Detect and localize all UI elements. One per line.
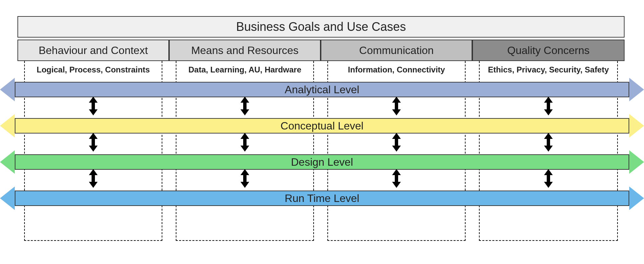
vertical-arrow-icon <box>241 169 249 188</box>
arrowhead-left-icon <box>0 150 15 174</box>
vertical-arrow-icon <box>545 97 552 115</box>
aspect-label: Behaviour and Context <box>39 44 148 57</box>
vertical-arrow-icon <box>393 97 400 115</box>
level-label: Run Time Level <box>285 192 359 205</box>
diagram-stage: Business Goals and Use Cases Behaviour a… <box>0 0 644 264</box>
arrowhead-left-icon <box>0 114 15 138</box>
aspect-label: Quality Concerns <box>507 44 589 57</box>
arrowhead-right-icon <box>629 114 644 138</box>
aspect-means-resources: Means and Resources <box>169 40 321 61</box>
aspect-label: Means and Resources <box>191 44 299 57</box>
header-title: Business Goals and Use Cases <box>236 20 406 34</box>
level-label: Analytical Level <box>285 84 359 96</box>
level-shaft: Conceptual Level <box>15 118 629 134</box>
level-shaft: Design Level <box>15 154 629 170</box>
vertical-arrow-icon <box>545 169 552 188</box>
vertical-arrow-icon <box>90 169 97 188</box>
vertical-arrow-icon <box>393 169 400 188</box>
aspect-quality-concerns: Quality Concerns <box>472 40 625 61</box>
header-business-goals: Business Goals and Use Cases <box>17 16 625 38</box>
aspect-behaviour-context: Behaviour and Context <box>17 40 169 61</box>
arrowhead-right-icon <box>629 150 644 174</box>
arrowhead-left-icon <box>0 187 15 210</box>
sublabel-3: Ethics, Privacy, Security, Safety <box>479 65 618 74</box>
arrowhead-right-icon <box>629 78 644 101</box>
level-label: Conceptual Level <box>280 120 363 132</box>
level-label: Design Level <box>291 156 353 168</box>
vertical-arrow-icon <box>545 133 552 152</box>
aspect-label: Communication <box>359 44 434 57</box>
sublabel-2: Information, Connectivity <box>327 65 466 74</box>
vertical-arrow-icon <box>241 97 249 115</box>
arrowhead-left-icon <box>0 78 15 101</box>
level-bar-runtime: Run Time Level <box>0 187 644 210</box>
level-shaft: Run Time Level <box>15 191 629 206</box>
arrowhead-right-icon <box>629 187 644 210</box>
sublabel-1: Data, Learning, AU, Hardware <box>176 65 314 74</box>
vertical-arrow-icon <box>90 133 97 152</box>
aspect-communication: Communication <box>321 40 472 61</box>
level-shaft: Analytical Level <box>15 82 629 97</box>
vertical-arrow-icon <box>241 133 249 152</box>
vertical-arrow-icon <box>393 133 400 152</box>
sublabel-0: Logical, Process, Constraints <box>24 65 162 74</box>
vertical-arrow-icon <box>90 97 97 115</box>
